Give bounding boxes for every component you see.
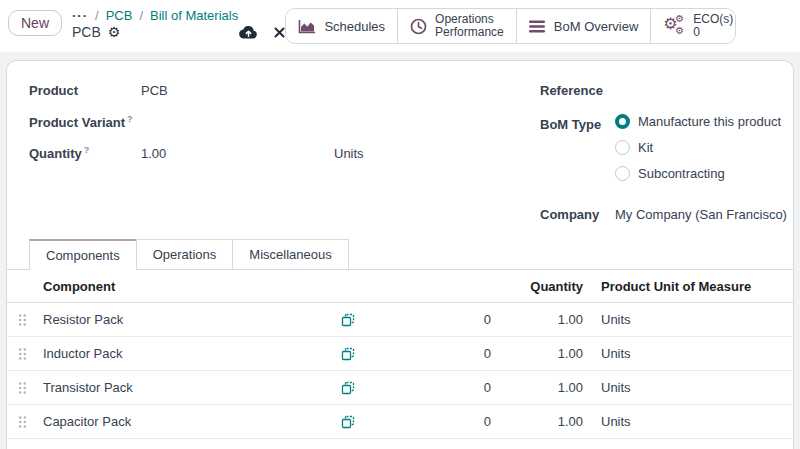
radio-unselected-icon[interactable] — [615, 166, 630, 181]
schedules-button[interactable]: Schedules — [286, 9, 397, 43]
bom-type-radio-group: Manufacture this product Kit Subcontract… — [615, 114, 781, 192]
cloud-save-icon[interactable] — [239, 25, 258, 39]
component-name[interactable]: Capacitor Pack — [37, 414, 337, 429]
table-row[interactable]: Transistor Pack 0 1.00 Units — [7, 371, 793, 405]
component-uom[interactable]: Units — [595, 414, 793, 429]
clock-icon — [410, 18, 427, 35]
bom-type-label: BoM Type — [540, 117, 615, 132]
new-button[interactable]: New — [8, 10, 62, 36]
gears-icon: ⚙ ⚙ ⚙ — [663, 15, 685, 37]
company-value[interactable]: My Company (San Francisco) — [615, 207, 787, 222]
column-uom[interactable]: Product Unit of Measure — [595, 279, 793, 294]
notebook-tabs: Components Operations Miscellaneous — [7, 239, 793, 270]
table-header: Component Quantity Product Unit of Measu… — [7, 270, 793, 303]
breadcrumb: ··· / PCB / Bill of Materials PCB ⚙ — [72, 8, 285, 40]
component-quantity[interactable]: 1.00 — [503, 312, 595, 327]
field-company: Company My Company (San Francisco) — [540, 207, 787, 229]
help-tooltip-icon[interactable]: ? — [84, 145, 90, 155]
tab-operations[interactable]: Operations — [136, 239, 234, 269]
drag-handle-icon[interactable] — [7, 415, 37, 429]
quantity-label: Quantity? — [29, 145, 141, 161]
drag-handle-icon[interactable] — [7, 381, 37, 395]
product-variant-label: Product Variant? — [29, 114, 141, 130]
product-label: Product — [29, 83, 141, 98]
area-chart-icon — [298, 19, 316, 34]
component-uom[interactable]: Units — [595, 346, 793, 361]
help-tooltip-icon[interactable]: ? — [127, 114, 133, 124]
copy-icon[interactable] — [337, 415, 385, 429]
field-bom-type: BoM Type Manufacture this product Kit Su… — [540, 114, 787, 192]
breadcrumb-overflow-menu[interactable]: ··· — [72, 8, 88, 23]
copy-icon[interactable] — [337, 381, 385, 395]
radio-subcontracting[interactable]: Subcontracting — [615, 166, 781, 181]
table-row[interactable]: Inductor Pack 0 1.00 Units — [7, 337, 793, 371]
tab-components[interactable]: Components — [29, 239, 137, 270]
quantity-value[interactable]: 1.00 — [141, 146, 334, 161]
product-value[interactable]: PCB — [141, 83, 168, 98]
copy-icon[interactable] — [337, 347, 385, 361]
quantity-uom[interactable]: Units — [334, 146, 364, 161]
column-component[interactable]: Component — [37, 279, 337, 294]
copy-icon[interactable] — [337, 313, 385, 327]
components-table: Component Quantity Product Unit of Measu… — [7, 270, 793, 439]
field-product: Product PCB — [29, 83, 540, 105]
component-name[interactable]: Inductor Pack — [37, 346, 337, 361]
column-quantity[interactable]: Quantity — [503, 279, 595, 294]
operations-performance-button[interactable]: Operations Performance — [397, 9, 516, 43]
radio-selected-icon[interactable] — [615, 114, 630, 129]
record-title: PCB — [72, 24, 101, 40]
component-count: 0 — [385, 346, 503, 361]
component-count: 0 — [385, 312, 503, 327]
radio-unselected-icon[interactable] — [615, 140, 630, 155]
tab-miscellaneous[interactable]: Miscellaneous — [232, 239, 348, 269]
component-count: 0 — [385, 380, 503, 395]
reference-label: Reference — [540, 83, 615, 98]
component-quantity[interactable]: 1.00 — [503, 414, 595, 429]
component-count: 0 — [385, 414, 503, 429]
table-row[interactable]: Capacitor Pack 0 1.00 Units — [7, 405, 793, 439]
company-label: Company — [540, 207, 615, 222]
component-name[interactable]: Transistor Pack — [37, 380, 337, 395]
gear-icon[interactable]: ⚙ — [108, 25, 121, 39]
component-quantity[interactable]: 1.00 — [503, 346, 595, 361]
bom-overview-button[interactable]: BoM Overview — [516, 9, 651, 43]
component-quantity[interactable]: 1.00 — [503, 380, 595, 395]
component-uom[interactable]: Units — [595, 312, 793, 327]
breadcrumb-separator: / — [95, 8, 99, 23]
field-reference: Reference — [540, 83, 787, 105]
eco-count: 0 — [693, 25, 700, 39]
radio-kit[interactable]: Kit — [615, 140, 781, 155]
drag-handle-icon[interactable] — [7, 347, 37, 361]
table-row[interactable]: Resistor Pack 0 1.00 Units — [7, 303, 793, 337]
component-name[interactable]: Resistor Pack — [37, 312, 337, 327]
breadcrumb-current[interactable]: Bill of Materials — [150, 8, 238, 23]
discard-x-icon[interactable] — [274, 27, 285, 38]
breadcrumb-separator: / — [139, 8, 143, 23]
drag-handle-icon[interactable] — [7, 313, 37, 327]
eco-button[interactable]: ⚙ ⚙ ⚙ ECO(s) 0 — [650, 9, 736, 43]
form-sheet: Product PCB Product Variant? Quantity? 1… — [6, 60, 794, 449]
bom-form: Product PCB Product Variant? Quantity? 1… — [7, 61, 793, 239]
stat-button-group: Schedules Operations Performance BoM Ove… — [285, 8, 736, 44]
control-panel: New ··· / PCB / Bill of Materials PCB ⚙ — [0, 0, 800, 52]
radio-manufacture[interactable]: Manufacture this product — [615, 114, 781, 129]
component-uom[interactable]: Units — [595, 380, 793, 395]
breadcrumb-link-pcb[interactable]: PCB — [106, 8, 133, 23]
field-quantity: Quantity? 1.00 Units — [29, 145, 540, 167]
list-icon — [529, 20, 546, 33]
field-product-variant: Product Variant? — [29, 114, 540, 136]
